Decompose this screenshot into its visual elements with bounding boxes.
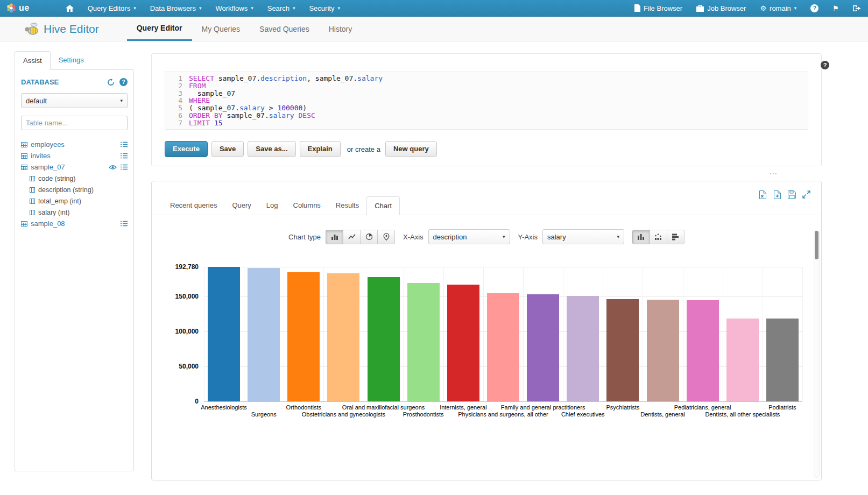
chart-type-line-button[interactable] xyxy=(343,230,361,244)
hue-logo[interactable]: ue xyxy=(0,0,36,16)
code-line: 1SELECT sample_07.description, sample_07… xyxy=(170,75,803,82)
resize-handle[interactable]: ⋯ xyxy=(769,169,778,179)
x-gridline xyxy=(603,267,603,401)
tab-assist[interactable]: Assist xyxy=(15,51,51,70)
results-scrollbar[interactable] xyxy=(814,230,820,478)
tab-saved-queries[interactable]: Saved Queries xyxy=(250,17,319,41)
chart-bar[interactable] xyxy=(208,267,240,401)
new-query-button[interactable]: New query xyxy=(385,141,437,157)
refresh-icon[interactable] xyxy=(107,79,115,86)
navbar-right: File Browser Job Browser ⚙ romain ▾ ? ⚑ xyxy=(627,0,868,16)
chart-bar[interactable] xyxy=(647,300,679,401)
job-browser-button[interactable]: Job Browser xyxy=(689,0,753,16)
y-gridline xyxy=(204,401,802,402)
chart-bar[interactable] xyxy=(567,296,599,401)
table-filter-input[interactable] xyxy=(21,116,128,130)
home-button[interactable] xyxy=(59,0,81,16)
table-menu-icon[interactable] xyxy=(121,221,128,227)
tab-query-editor[interactable]: Query Editor xyxy=(127,17,192,41)
code-line: 3 sample_07 xyxy=(170,90,803,97)
save-button[interactable]: Save xyxy=(211,141,244,157)
editor-actions: Execute Save Save as... Explain or creat… xyxy=(165,141,808,157)
code-line: 5( sample_07.salary > 100000) xyxy=(170,104,803,112)
x-axis-select[interactable]: description ▾ xyxy=(428,229,510,244)
brand-text: ue xyxy=(19,3,30,13)
tab-settings[interactable]: Settings xyxy=(51,51,92,70)
menu-workflows[interactable]: Workflows ▾ xyxy=(208,0,260,16)
chart-bar[interactable] xyxy=(447,285,479,401)
column-row[interactable]: code (string) xyxy=(30,173,128,184)
table-menu-icon[interactable] xyxy=(121,164,128,170)
tab-results[interactable]: Results xyxy=(328,196,366,215)
tab-log[interactable]: Log xyxy=(259,196,286,215)
chart-x-axis: AnesthesiologistsSurgeonsOrthodontistsOb… xyxy=(152,404,821,422)
x-axis-label: X-Axis xyxy=(403,233,424,241)
chart-bar[interactable] xyxy=(248,268,280,401)
fullscreen-button[interactable] xyxy=(802,190,810,199)
tab-history[interactable]: History xyxy=(319,17,362,41)
tab-my-queries[interactable]: My Queries xyxy=(192,17,250,41)
table-icon xyxy=(21,153,27,159)
chart-bar[interactable] xyxy=(766,319,799,401)
chart-bar[interactable] xyxy=(606,299,639,401)
save-as-button[interactable]: Save as... xyxy=(248,141,295,157)
table-row-sample-08[interactable]: sample_08 xyxy=(21,218,128,229)
y-axis-select[interactable]: salary ▾ xyxy=(542,229,624,244)
table-icon xyxy=(21,221,27,227)
chart-bar[interactable] xyxy=(726,319,759,401)
editor-help-button[interactable]: ? xyxy=(821,61,829,69)
horizontal-bars-button[interactable] xyxy=(667,230,684,244)
download-csv-button[interactable] xyxy=(773,190,781,199)
chart-bar[interactable] xyxy=(327,273,359,401)
chart-bar[interactable] xyxy=(368,277,400,401)
download-xls-button[interactable] xyxy=(759,190,767,199)
chart-type-pie-button[interactable] xyxy=(360,230,378,244)
execute-button[interactable]: Execute xyxy=(165,141,208,157)
menu-query-editors[interactable]: Query Editors ▾ xyxy=(81,0,143,16)
table-menu-icon[interactable] xyxy=(121,153,128,159)
sql-code-editor[interactable]: 1SELECT sample_07.description, sample_07… xyxy=(165,72,808,130)
table-row-invites[interactable]: invites xyxy=(21,150,128,161)
chart-type-map-button[interactable] xyxy=(377,230,395,244)
logout-button[interactable] xyxy=(846,0,868,16)
help-button[interactable]: ? xyxy=(803,0,825,16)
column-icon xyxy=(30,199,35,204)
stacked-bars-button[interactable] xyxy=(650,230,667,244)
explain-button[interactable]: Explain xyxy=(300,141,341,157)
table-row-employees[interactable]: employees xyxy=(21,139,128,150)
column-row[interactable]: description (string) xyxy=(30,184,128,195)
file-browser-button[interactable]: File Browser xyxy=(627,0,689,16)
save-results-button[interactable] xyxy=(788,190,796,199)
menu-security[interactable]: Security ▾ xyxy=(302,0,347,16)
tab-chart[interactable]: Chart xyxy=(366,196,400,215)
eye-icon[interactable] xyxy=(109,165,117,170)
results-tabs: Recent queries Query Log Columns Results… xyxy=(152,181,821,215)
database-help-icon[interactable]: ? xyxy=(119,78,128,86)
chart-type-bars-button[interactable] xyxy=(326,230,343,244)
column-row[interactable]: salary (int) xyxy=(30,207,128,218)
database-select[interactable]: default ▾ xyxy=(21,93,128,108)
grouped-bars-button[interactable] xyxy=(632,230,650,244)
menu-data-browsers[interactable]: Data Browsers ▾ xyxy=(143,0,209,16)
chart-bar[interactable] xyxy=(527,294,559,401)
tab-recent-queries[interactable]: Recent queries xyxy=(163,196,224,215)
tab-columns[interactable]: Columns xyxy=(286,196,328,215)
chart-bar[interactable] xyxy=(287,272,320,401)
user-menu-button[interactable]: ⚙ romain ▾ xyxy=(753,0,803,16)
x-tick-label: Internists, general xyxy=(440,404,486,411)
column-icon xyxy=(30,187,35,193)
feedback-flag-button[interactable]: ⚑ xyxy=(825,0,846,16)
column-row[interactable]: total_emp (int) xyxy=(30,195,128,207)
chart-bar[interactable] xyxy=(407,283,440,401)
chart-bar[interactable] xyxy=(487,293,519,401)
table-row-sample-07[interactable]: sample_07 xyxy=(21,161,128,173)
chart-bar[interactable] xyxy=(687,300,719,401)
table-menu-icon[interactable] xyxy=(121,142,128,147)
menu-search[interactable]: Search ▾ xyxy=(260,0,302,16)
tab-query[interactable]: Query xyxy=(224,196,258,215)
assist-panel: DATABASE ? default ▾ employees invites xyxy=(15,69,134,471)
x-tick-label: Podiatrists xyxy=(768,404,796,411)
chevron-down-icon: ▾ xyxy=(133,5,136,11)
hive-editor-home[interactable]: Hive Editor xyxy=(24,17,99,41)
scrollbar-thumb[interactable] xyxy=(815,231,818,259)
